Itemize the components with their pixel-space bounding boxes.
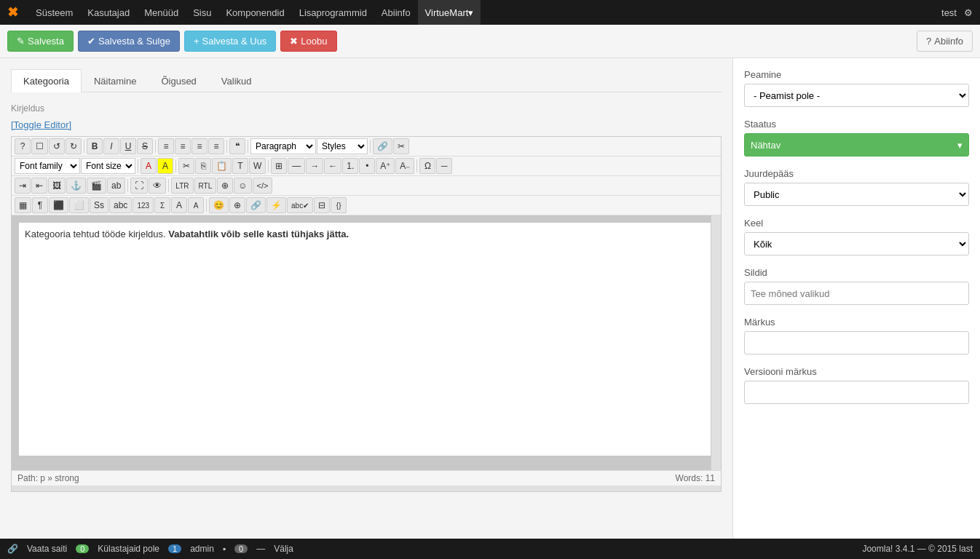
ed-superscript-btn[interactable]: A⁺	[376, 158, 395, 174]
nav-users[interactable]: Kasutajad	[80, 0, 137, 25]
ed-special-char-btn[interactable]: Ω	[419, 158, 435, 174]
ed-new-btn[interactable]: ☐	[31, 138, 48, 154]
ed-media-btn[interactable]: 🎬	[87, 178, 106, 194]
ed-orderedlist-btn[interactable]: 1.	[342, 158, 358, 174]
parent-select[interactable]: - Peamist pole -	[744, 84, 969, 107]
ed-fontsize-select[interactable]: Font size	[81, 158, 135, 174]
ed-fontA-btn[interactable]: A	[171, 197, 187, 213]
ed-plus-btn[interactable]: ⊕	[229, 197, 245, 213]
save-close-button[interactable]: ✔ Salvesta & Sulge	[78, 31, 180, 52]
ed-indent2-btn[interactable]: ⇥	[15, 178, 31, 194]
ed-preview-btn[interactable]: 👁	[149, 178, 166, 194]
ed-strikethrough-btn[interactable]: S	[137, 138, 153, 154]
ed-subscript-btn[interactable]: A₋	[395, 158, 414, 174]
ed-img-btn[interactable]: 🖼	[48, 178, 66, 194]
ed-unorderedlist-btn[interactable]: •	[359, 158, 375, 174]
language-select[interactable]: Kõik	[744, 232, 969, 255]
ed-styles-select[interactable]: Styles	[317, 138, 368, 154]
ed-extra1-btn[interactable]: ⬛	[49, 197, 68, 213]
ed-indent-btn[interactable]: →	[306, 158, 323, 174]
save-button[interactable]: ✎ Salvesta	[7, 31, 74, 52]
ed-outdent-btn[interactable]: ←	[324, 158, 341, 174]
ed-divider-btn[interactable]: ─	[436, 158, 452, 174]
ed-abbr-btn[interactable]: ab	[107, 178, 125, 194]
ed-jlink-btn[interactable]: ⚡	[266, 197, 286, 213]
ed-extra2-btn[interactable]: ⬜	[69, 197, 89, 213]
ed-align-right-btn[interactable]: ≡	[191, 138, 208, 154]
editor-text-area[interactable]: Kategooria tehtud tööde kirjeldus. Vabat…	[19, 223, 714, 456]
ed-copy-btn[interactable]: ⎘	[195, 158, 211, 174]
ed-highlight-btn[interactable]: A	[157, 158, 173, 174]
ed-style-btn[interactable]: Ss	[90, 197, 108, 213]
tags-input[interactable]	[744, 282, 969, 305]
ed-anchor-btn[interactable]: ⚓	[66, 178, 86, 194]
ed-hr-btn[interactable]: —	[288, 158, 305, 174]
ed-ltr-btn[interactable]: LTR	[171, 178, 193, 194]
ed-paste-btn[interactable]: 📋	[212, 158, 232, 174]
ed-undo-btn[interactable]: ↺	[49, 138, 65, 154]
nav-menus[interactable]: Menüüd	[137, 0, 186, 25]
ed-fullscreen-btn[interactable]: ⛶	[130, 178, 148, 194]
ed-paste-word-btn[interactable]: W	[249, 158, 266, 174]
ed-unlink-btn[interactable]: ✂	[393, 138, 409, 154]
ed-fontfamily-select[interactable]: Font family	[15, 158, 80, 174]
ed-cut-btn[interactable]: ✂	[178, 158, 194, 174]
settings-icon[interactable]: ⚙	[964, 7, 973, 18]
ed-bold-btn[interactable]: B	[87, 138, 103, 154]
separator10	[127, 179, 128, 192]
tab-naitamine[interactable]: Näitamine	[82, 69, 149, 92]
ed-fontcolor-btn[interactable]: A	[141, 158, 157, 174]
ed-paragraph-select[interactable]: Paragraph	[250, 138, 316, 154]
nav-system[interactable]: Süsteem	[28, 0, 80, 25]
editor-resize-handle[interactable]	[12, 485, 721, 491]
cancel-button[interactable]: ✖ Loobu	[280, 31, 336, 52]
ed-blockquote-btn[interactable]: ❝	[229, 138, 245, 154]
ed-wordcount-btn[interactable]: 123	[133, 197, 154, 213]
nav-help[interactable]: Abiinfo	[374, 0, 418, 25]
ed-emotions-btn[interactable]: ☺	[234, 178, 251, 194]
version-note-input[interactable]	[744, 381, 969, 404]
tab-valikud[interactable]: Valikud	[209, 69, 264, 92]
ed-charmap-btn[interactable]: Σ	[154, 197, 170, 213]
ed-italic-btn[interactable]: I	[103, 138, 119, 154]
ed-fontA2-btn[interactable]: A	[188, 197, 204, 213]
save-new-button[interactable]: + Salvesta & Uus	[184, 31, 276, 52]
ed-table-btn[interactable]: ⊞	[271, 158, 287, 174]
ed-rtl-btn[interactable]: RTL	[194, 178, 217, 194]
ed-table2-btn[interactable]: ⊟	[314, 197, 330, 213]
language-label: Keel	[744, 218, 969, 229]
joomla-logo: ✖	[7, 4, 18, 20]
ed-align-center-btn[interactable]: ≡	[175, 138, 191, 154]
ed-code-btn[interactable]: {}	[331, 197, 347, 213]
note-input[interactable]	[744, 331, 969, 354]
scrollbar[interactable]	[711, 215, 721, 470]
ed-spell-btn[interactable]: abc✔	[287, 197, 313, 213]
nav-content[interactable]: Sisu	[186, 0, 218, 25]
ed-outdent2-btn[interactable]: ⇤	[31, 178, 47, 194]
toggle-editor-link[interactable]: [Toggle Editor]	[11, 119, 71, 130]
ed-para-btn[interactable]: ¶	[32, 197, 48, 213]
access-select[interactable]: Public	[744, 183, 969, 206]
user-link[interactable]: test	[941, 7, 957, 18]
ed-help-btn[interactable]: ?	[15, 138, 31, 154]
ed-link2-btn[interactable]: 🔗	[246, 197, 266, 213]
ed-underline-btn[interactable]: U	[120, 138, 136, 154]
tab-oigused[interactable]: Õigused	[149, 69, 208, 92]
status-select[interactable]: Nähtav ▾	[744, 133, 969, 156]
ed-smiley-btn[interactable]: 😊	[209, 197, 229, 213]
tab-kategooria[interactable]: Kategooria	[11, 69, 82, 92]
ed-border-btn[interactable]: ▦	[15, 197, 31, 213]
checkmark-icon: ✔	[87, 36, 95, 47]
nav-virtuemart[interactable]: VirtueMart▾	[418, 0, 481, 25]
nav-components[interactable]: Komponendid	[218, 0, 291, 25]
ed-layers-btn[interactable]: ⊕	[217, 178, 233, 194]
ed-spellcheck-btn[interactable]: abc	[109, 197, 132, 213]
ed-redo-btn[interactable]: ↻	[66, 138, 82, 154]
ed-align-justify-btn[interactable]: ≡	[208, 138, 224, 154]
ed-source-btn[interactable]: </>	[253, 178, 273, 194]
help-button[interactable]: ? Abiinfo	[917, 31, 973, 52]
ed-paste-text-btn[interactable]: T	[232, 158, 248, 174]
nav-extensions[interactable]: Lisaprogrammid	[292, 0, 374, 25]
ed-link-btn[interactable]: 🔗	[373, 138, 392, 154]
ed-align-left-btn[interactable]: ≡	[158, 138, 174, 154]
